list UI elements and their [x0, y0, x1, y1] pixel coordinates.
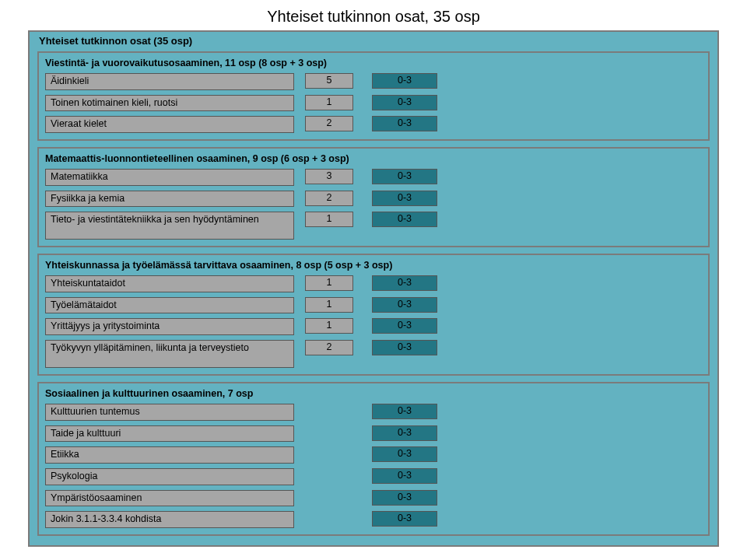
- row: Kulttuurien tuntemus0-3: [45, 404, 702, 421]
- credits-value: 1: [305, 95, 353, 110]
- credits-value: 2: [305, 116, 353, 131]
- page-title: Yhteiset tutkinnon osat, 35 osp: [0, 0, 747, 30]
- row: Ympäristöosaaminen0-3: [45, 490, 702, 507]
- credits-range: 0-3: [372, 511, 437, 527]
- credits-range: 0-3: [372, 95, 437, 110]
- credits-range: 0-3: [372, 340, 437, 355]
- subject-name: Toinen kotimainen kieli, ruotsi: [45, 95, 294, 112]
- credits-range: 0-3: [372, 490, 437, 506]
- credits-range: 0-3: [372, 73, 437, 89]
- subject-name: Vieraat kielet: [45, 116, 294, 133]
- section: Sosiaalinen ja kulttuurinen osaaminen, 7…: [37, 382, 710, 536]
- subject-name: Taide ja kulttuuri: [45, 425, 294, 443]
- subject-name: Kulttuurien tuntemus: [45, 404, 294, 421]
- row: Matematiikka30-3: [45, 169, 702, 186]
- credits-range: 0-3: [372, 446, 437, 462]
- row: Vieraat kielet20-3: [45, 116, 702, 133]
- subject-name: Jokin 3.1.1-3.3.4 kohdista: [45, 511, 294, 528]
- subject-name: Fysiikka ja kemia: [45, 191, 294, 208]
- credits-value: 1: [305, 275, 353, 291]
- credits-range: 0-3: [372, 275, 437, 291]
- row: Yrittäjyys ja yritystoiminta10-3: [45, 318, 702, 335]
- credits-range: 0-3: [372, 297, 437, 313]
- credits-range: 0-3: [372, 468, 437, 484]
- section-title: Yhteiskunnassa ja työelämässä tarvittava…: [45, 258, 702, 275]
- subject-name: Yrittäjyys ja yritystoiminta: [45, 318, 294, 335]
- credits-range: 0-3: [372, 318, 437, 334]
- credits-range: 0-3: [372, 169, 437, 184]
- credits-range: 0-3: [372, 404, 437, 419]
- section-title: Matemaattis-luonnontieteellinen osaamine…: [45, 152, 702, 169]
- credits-value: 1: [305, 212, 353, 227]
- credits-value: 2: [305, 340, 353, 355]
- row: Etiikka0-3: [45, 446, 702, 464]
- subject-name: Äidinkieli: [45, 73, 294, 90]
- section: Viestintä- ja vuorovaikutusosaaminen, 11…: [37, 51, 710, 141]
- subject-name: Työkyvyn ylläpitäminen, liikunta ja terv…: [45, 340, 294, 368]
- row: Yhteiskuntataidot10-3: [45, 275, 702, 292]
- row: Taide ja kulttuuri0-3: [45, 425, 702, 443]
- credits-value: 5: [305, 73, 353, 89]
- outer-title: Yhteiset tutkinnon osat (35 osp): [37, 32, 710, 51]
- outer-container: Yhteiset tutkinnon osat (35 osp) Viestin…: [28, 30, 719, 547]
- credits-range: 0-3: [372, 212, 437, 227]
- row: Työelämätaidot10-3: [45, 297, 702, 314]
- credits-value: 1: [305, 318, 353, 334]
- subject-name: Tieto- ja viestintätekniikka ja sen hyöd…: [45, 212, 294, 240]
- section-title: Viestintä- ja vuorovaikutusosaaminen, 11…: [45, 56, 702, 73]
- row: Toinen kotimainen kieli, ruotsi10-3: [45, 95, 702, 112]
- credits-range: 0-3: [372, 116, 437, 131]
- subject-name: Ympäristöosaaminen: [45, 490, 294, 507]
- credits-value: 3: [305, 169, 353, 184]
- section: Yhteiskunnassa ja työelämässä tarvittava…: [37, 254, 710, 376]
- section-title: Sosiaalinen ja kulttuurinen osaaminen, 7…: [45, 387, 702, 404]
- row: Psykologia0-3: [45, 468, 702, 485]
- subject-name: Matematiikka: [45, 169, 294, 186]
- row: Äidinkieli50-3: [45, 73, 702, 90]
- credits-range: 0-3: [372, 425, 437, 441]
- row: Jokin 3.1.1-3.3.4 kohdista0-3: [45, 511, 702, 528]
- row: Työkyvyn ylläpitäminen, liikunta ja terv…: [45, 340, 702, 368]
- section: Matemaattis-luonnontieteellinen osaamine…: [37, 147, 710, 247]
- row: Fysiikka ja kemia20-3: [45, 191, 702, 208]
- subject-name: Yhteiskuntataidot: [45, 275, 294, 292]
- credits-value: 2: [305, 191, 353, 206]
- subject-name: Työelämätaidot: [45, 297, 294, 314]
- credits-range: 0-3: [372, 191, 437, 206]
- credits-value: 1: [305, 297, 353, 313]
- row: Tieto- ja viestintätekniikka ja sen hyöd…: [45, 212, 702, 240]
- subject-name: Etiikka: [45, 446, 294, 464]
- subject-name: Psykologia: [45, 468, 294, 485]
